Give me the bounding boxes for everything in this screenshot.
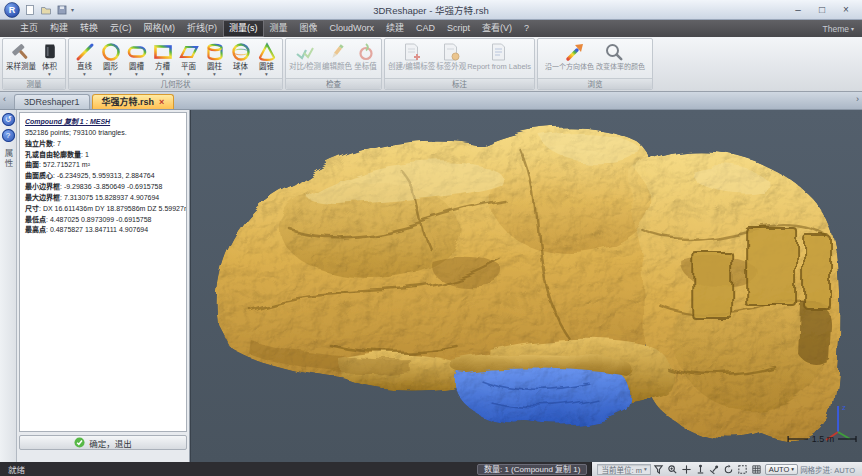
shape-circle-button[interactable]: 圆形 ▾ xyxy=(98,41,123,78)
shape-sphere-button[interactable]: 球体 ▾ xyxy=(228,41,253,78)
ribbon-group-shapes: 直线 ▾ 圆形 ▾ 圆槽 ▾ 方槽 ▾ xyxy=(68,38,283,90)
document-tab-active[interactable]: 华强方特.rsh × xyxy=(92,94,175,109)
main-area: ↺ ? 属性 Compound 复制 1 : MESH 352186 point… xyxy=(0,110,862,462)
filter-icon[interactable] xyxy=(653,463,665,475)
close-tab-icon[interactable]: × xyxy=(159,95,164,109)
close-button[interactable]: × xyxy=(834,1,858,19)
chevron-down-icon: ▾ xyxy=(851,25,854,32)
tab-scroll-right-icon[interactable]: › xyxy=(856,94,859,104)
compare-icon xyxy=(294,41,316,63)
label-appearance-button[interactable]: 标签外观 xyxy=(436,41,466,71)
chevron-down-icon[interactable]: ▾ xyxy=(187,72,190,78)
shape-plane-button[interactable]: 平面 ▾ xyxy=(176,41,201,78)
help-icon[interactable]: ? xyxy=(2,129,15,142)
object-properties: Compound 复制 1 : MESH 352186 points; 7931… xyxy=(19,112,187,432)
edit-colors-button[interactable]: 编辑颜色 xyxy=(322,41,352,71)
cylinder-icon xyxy=(204,41,226,63)
property-row: 孔或自由轮廓数量: 1 xyxy=(25,150,181,161)
properties-tab[interactable]: 属性 xyxy=(2,149,14,168)
grid-icon[interactable] xyxy=(751,463,763,475)
menu-tab[interactable]: 构建 xyxy=(44,20,74,37)
chevron-down-icon: ▾ xyxy=(791,466,794,472)
units-combo[interactable]: 当前单位: m ▾ xyxy=(597,464,650,475)
scale-label: 1.5 m xyxy=(812,434,834,444)
report-from-labels-button[interactable]: Report from Labels xyxy=(467,41,531,71)
minimize-button[interactable]: – xyxy=(786,1,810,19)
menu-tab[interactable]: ? xyxy=(518,20,535,37)
magnifier-icon xyxy=(603,41,625,63)
compare-inspect-button[interactable]: 对比/检测 xyxy=(289,41,321,71)
property-row: 最高点: 0.4875827 13.847111 4.907694 xyxy=(25,225,181,236)
status-ready: 就绪 xyxy=(0,463,25,475)
property-row: 最小边界框: -9.29836 -3.850649 -0.6915758 xyxy=(25,182,181,193)
shape-line-button[interactable]: 直线 ▾ xyxy=(72,41,97,78)
cone-icon xyxy=(256,41,278,63)
menu-tab[interactable]: 折线(P) xyxy=(181,20,223,37)
chevron-down-icon[interactable]: ▾ xyxy=(83,72,86,78)
menu-tab[interactable]: 转换 xyxy=(74,20,104,37)
viewport-3d[interactable]: z 1.5 m xyxy=(190,110,862,462)
menu-tab[interactable]: 测量(s) xyxy=(223,20,264,37)
chevron-down-icon[interactable]: ▾ xyxy=(213,72,216,78)
shape-cylinder-button[interactable]: 圆柱 ▾ xyxy=(202,41,227,78)
save-file-icon[interactable] xyxy=(55,3,68,16)
chevron-down-icon[interactable]: ▾ xyxy=(135,72,138,78)
rotate-icon[interactable] xyxy=(723,463,735,475)
tab-scroll-left-icon[interactable]: ‹ xyxy=(3,94,6,104)
chevron-down-icon: ▾ xyxy=(644,466,647,472)
menu-tab[interactable]: 测量 xyxy=(264,20,294,37)
select-rect-icon[interactable] xyxy=(737,463,749,475)
menu-tab[interactable]: 云(C) xyxy=(104,20,138,37)
zoom-icon[interactable] xyxy=(667,463,679,475)
new-file-icon[interactable] xyxy=(23,3,36,16)
line-icon xyxy=(74,41,96,63)
ring-icon xyxy=(355,41,377,63)
window-title: 3DReshaper - 华强方特.rsh xyxy=(0,3,862,17)
chevron-down-icon[interactable]: ▾ xyxy=(109,72,112,78)
auto-button[interactable]: AUTO ▾ xyxy=(765,464,798,475)
menu-tab[interactable]: 图像 xyxy=(294,20,324,37)
shape-rect-slot-button[interactable]: 方槽 ▾ xyxy=(150,41,175,78)
status-bar: 就绪 数量: 1 (Compound 复制 1) 当前单位: m ▾ AUTO … xyxy=(0,462,862,476)
create-edit-label-button[interactable]: 创建/编辑标签 xyxy=(388,41,435,71)
quick-access-caret-icon[interactable]: ▾ xyxy=(71,6,74,13)
chevron-down-icon[interactable]: ▾ xyxy=(265,72,268,78)
move-icon[interactable] xyxy=(681,463,693,475)
chevron-down-icon[interactable]: ▾ xyxy=(239,72,242,78)
ribbon-group-measure: 采样测量 体积 ▾ 测量 xyxy=(2,38,66,90)
ribbon-tab-bar: 主页 构建 转换 云(C) 网格(M) 折线(P) 测量(s) 测量 图像 Cl… xyxy=(0,20,862,37)
shape-cone-button[interactable]: 圆锥 ▾ xyxy=(254,41,279,78)
menu-tab[interactable]: 续建 xyxy=(380,20,410,37)
maximize-button[interactable]: □ xyxy=(810,1,834,19)
property-row: 尺寸: DX 16.611436m DY 18.879586m DZ 5.599… xyxy=(25,204,181,215)
sample-measure-button[interactable]: 采样测量 xyxy=(6,41,36,71)
pin-tilted-icon[interactable] xyxy=(709,463,721,475)
chevron-down-icon[interactable]: ▾ xyxy=(161,72,164,78)
hammer-icon xyxy=(10,41,32,63)
open-file-icon[interactable] xyxy=(39,3,52,16)
confirm-label: 确定，退出 xyxy=(89,437,132,449)
pin-icon[interactable] xyxy=(695,463,707,475)
confirm-exit-button[interactable]: 确定，退出 xyxy=(19,435,187,450)
document-tab-3dreshaper1[interactable]: 3DReshaper1 xyxy=(14,94,90,109)
menu-tab[interactable]: 主页 xyxy=(14,20,44,37)
sphere-icon xyxy=(230,41,252,63)
button-label: 体积 xyxy=(42,63,57,71)
menu-tab[interactable]: Script xyxy=(441,20,476,37)
chevron-down-icon[interactable]: ▾ xyxy=(48,72,51,78)
view-direction-color-button[interactable] xyxy=(563,41,588,63)
back-icon[interactable]: ↺ xyxy=(2,113,15,126)
menu-tab[interactable]: 查看(V) xyxy=(476,20,518,37)
menu-tab[interactable]: CloudWorx xyxy=(324,20,380,37)
menu-tab[interactable]: 网格(M) xyxy=(138,20,182,37)
coordinate-values-button[interactable]: 坐标值 xyxy=(353,41,378,71)
volume-button[interactable]: 体积 ▾ xyxy=(37,41,62,78)
shape-slot-button[interactable]: 圆槽 ▾ xyxy=(124,41,149,78)
theme-selector[interactable]: Theme ▾ xyxy=(815,20,862,37)
document-tab-bar: ‹ 3DReshaper1 华强方特.rsh × › xyxy=(0,92,862,110)
magnify-view-button[interactable] xyxy=(602,41,627,63)
group-label: 几何形状 xyxy=(69,78,282,89)
button-label: 采样测量 xyxy=(6,63,36,71)
menu-tab[interactable]: CAD xyxy=(410,20,441,37)
ribbon-group-inspect: 对比/检测 编辑颜色 坐标值 检查 xyxy=(285,38,382,90)
